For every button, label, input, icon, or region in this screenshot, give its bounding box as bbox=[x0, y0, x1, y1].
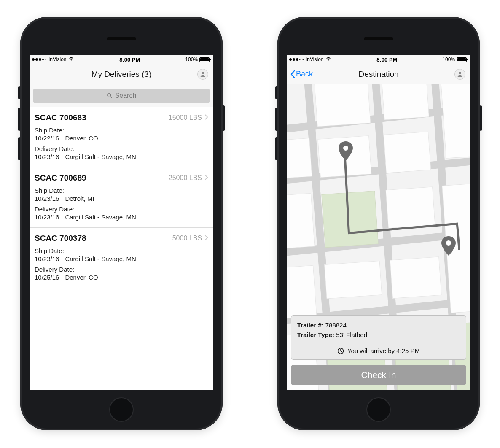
screen-deliveries: InVision 8:00 PM 100% My Deliveries (3) bbox=[30, 55, 213, 390]
checkin-button[interactable]: Check In bbox=[291, 365, 466, 385]
trailer-type-label: Trailer Type: bbox=[297, 331, 334, 338]
battery-percent-label: 100% bbox=[185, 57, 198, 62]
search-container: Search bbox=[30, 84, 213, 107]
user-icon bbox=[457, 71, 463, 77]
map-view[interactable]: Trailer #: 788824 Trailer Type: 53' Flat… bbox=[287, 84, 470, 390]
map-pin-destination[interactable] bbox=[441, 236, 456, 256]
clock-icon bbox=[337, 348, 344, 354]
volume-down-button[interactable] bbox=[18, 137, 20, 160]
trailer-number-label: Trailer #: bbox=[297, 321, 324, 329]
eta-line: You will arrive by 4:25 PM bbox=[297, 347, 460, 354]
trailer-number-line: Trailer #: 788824 bbox=[297, 321, 460, 329]
phone-speaker bbox=[364, 37, 393, 40]
svg-point-0 bbox=[107, 94, 110, 97]
screen-destination: InVision 8:00 PM 100% Back Destination bbox=[287, 55, 470, 390]
search-icon bbox=[107, 93, 113, 99]
trailer-number-value: 788824 bbox=[325, 321, 347, 329]
nav-bar: Back Destination bbox=[287, 64, 470, 84]
delivery-id: SCAC 700689 bbox=[35, 173, 86, 183]
svg-rect-23 bbox=[322, 191, 378, 247]
clock-label: 8:00 PM bbox=[119, 57, 140, 63]
trailer-info-card: Trailer #: 788824 Trailer Type: 53' Flat… bbox=[291, 315, 466, 360]
search-placeholder: Search bbox=[115, 92, 137, 100]
delivery-date-label: Delivery Date: bbox=[35, 266, 208, 273]
delivery-location-value: Cargill Salt - Savage, MN bbox=[65, 153, 136, 160]
profile-button[interactable] bbox=[454, 69, 465, 80]
chevron-right-icon bbox=[204, 235, 208, 243]
power-button[interactable] bbox=[480, 105, 482, 131]
home-button[interactable] bbox=[366, 397, 391, 422]
svg-point-28 bbox=[446, 240, 451, 246]
ringer-switch[interactable] bbox=[275, 86, 277, 99]
delivery-id: SCAC 700378 bbox=[35, 234, 86, 243]
nav-bar: My Deliveries (3) bbox=[30, 64, 213, 84]
ship-location-value: Denver, CO bbox=[65, 135, 98, 142]
signal-strength-icon bbox=[289, 58, 304, 61]
carrier-label: InVision bbox=[48, 57, 66, 62]
eta-text: You will arrive by 4:25 PM bbox=[347, 347, 420, 354]
chevron-right-icon bbox=[204, 174, 208, 182]
ship-date-value: 10/22/16 bbox=[35, 135, 59, 142]
volume-down-button[interactable] bbox=[275, 137, 277, 160]
page-title: Destination bbox=[358, 70, 398, 79]
wifi-icon bbox=[68, 57, 74, 62]
svg-rect-10 bbox=[314, 84, 371, 127]
back-label: Back bbox=[296, 70, 313, 78]
delivery-weight: 25000 LBS bbox=[169, 174, 208, 182]
delivery-date-value: 10/23/16 bbox=[35, 213, 59, 221]
svg-line-1 bbox=[110, 97, 112, 98]
phone-speaker bbox=[107, 37, 136, 40]
signal-strength-icon bbox=[32, 58, 46, 61]
wifi-icon bbox=[325, 57, 331, 62]
volume-up-button[interactable] bbox=[275, 108, 277, 131]
power-button[interactable] bbox=[223, 105, 225, 131]
trailer-type-value: 53' Flatbed bbox=[336, 331, 367, 338]
phone-frame-left: InVision 8:00 PM 100% My Deliveries (3) bbox=[20, 17, 223, 430]
svg-rect-20 bbox=[324, 261, 382, 298]
ship-date-label: Ship Date: bbox=[35, 127, 208, 134]
search-input[interactable]: Search bbox=[33, 89, 210, 103]
phone-frame-right: InVision 8:00 PM 100% Back Destination bbox=[277, 17, 480, 430]
back-button[interactable]: Back bbox=[290, 64, 313, 84]
profile-button[interactable] bbox=[197, 69, 208, 80]
battery-percent-label: 100% bbox=[442, 57, 455, 62]
svg-rect-16 bbox=[287, 193, 315, 249]
delivery-row[interactable]: SCAC 700689 25000 LBS Ship Date: 10/23/1… bbox=[30, 167, 213, 228]
map-pin-origin[interactable] bbox=[338, 141, 353, 161]
status-bar: InVision 8:00 PM 100% bbox=[30, 55, 213, 64]
home-button[interactable] bbox=[109, 397, 134, 422]
delivery-weight: 5000 LBS bbox=[172, 235, 208, 243]
ship-date-label: Ship Date: bbox=[35, 247, 208, 254]
divider bbox=[297, 343, 460, 343]
page-title: My Deliveries (3) bbox=[91, 70, 152, 79]
ship-location-value: Cargill Salt - Savage, MN bbox=[65, 255, 136, 262]
volume-up-button[interactable] bbox=[18, 108, 20, 131]
checkin-label: Check In bbox=[361, 370, 396, 380]
battery-icon bbox=[457, 57, 468, 62]
pin-icon bbox=[338, 141, 353, 161]
battery-icon bbox=[199, 57, 211, 62]
svg-rect-13 bbox=[287, 138, 312, 179]
svg-rect-11 bbox=[381, 84, 429, 120]
delivery-date-value: 10/23/16 bbox=[35, 153, 59, 160]
delivery-location-value: Denver, CO bbox=[65, 274, 98, 281]
status-bar: InVision 8:00 PM 100% bbox=[287, 55, 470, 64]
chevron-left-icon bbox=[290, 70, 295, 78]
delivery-row[interactable]: SCAC 700378 5000 LBS Ship Date: 10/23/16… bbox=[30, 228, 213, 288]
delivery-date-label: Delivery Date: bbox=[35, 205, 208, 213]
svg-rect-15 bbox=[384, 132, 431, 173]
ship-date-value: 10/23/16 bbox=[35, 195, 59, 202]
deliveries-list[interactable]: SCAC 700683 15000 LBS Ship Date: 10/22/1… bbox=[30, 107, 213, 390]
svg-point-27 bbox=[343, 146, 348, 151]
user-icon bbox=[200, 71, 206, 77]
svg-rect-19 bbox=[287, 265, 317, 319]
delivery-id: SCAC 700683 bbox=[35, 113, 86, 122]
delivery-weight: 15000 LBS bbox=[169, 114, 208, 122]
chevron-right-icon bbox=[204, 114, 208, 122]
delivery-location-value: Cargill Salt - Savage, MN bbox=[65, 213, 136, 221]
delivery-row[interactable]: SCAC 700683 15000 LBS Ship Date: 10/22/1… bbox=[30, 107, 213, 167]
clock-label: 8:00 PM bbox=[376, 57, 397, 63]
carrier-label: InVision bbox=[306, 57, 323, 62]
delivery-date-label: Delivery Date: bbox=[35, 145, 208, 152]
ringer-switch[interactable] bbox=[18, 86, 20, 99]
